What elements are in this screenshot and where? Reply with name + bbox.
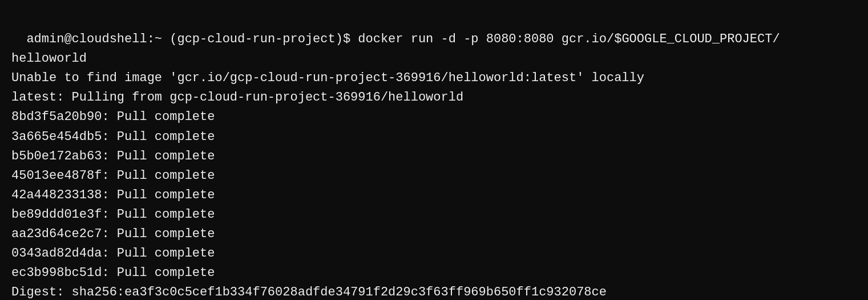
terminal-output: admin@cloudshell:~ (gcp-cloud-run-projec… (11, 32, 780, 300)
terminal-window[interactable]: admin@cloudshell:~ (gcp-cloud-run-projec… (0, 0, 868, 300)
